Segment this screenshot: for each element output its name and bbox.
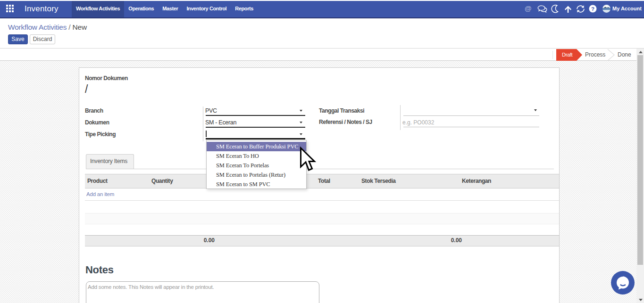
svg-text:?: ? [591, 6, 594, 12]
